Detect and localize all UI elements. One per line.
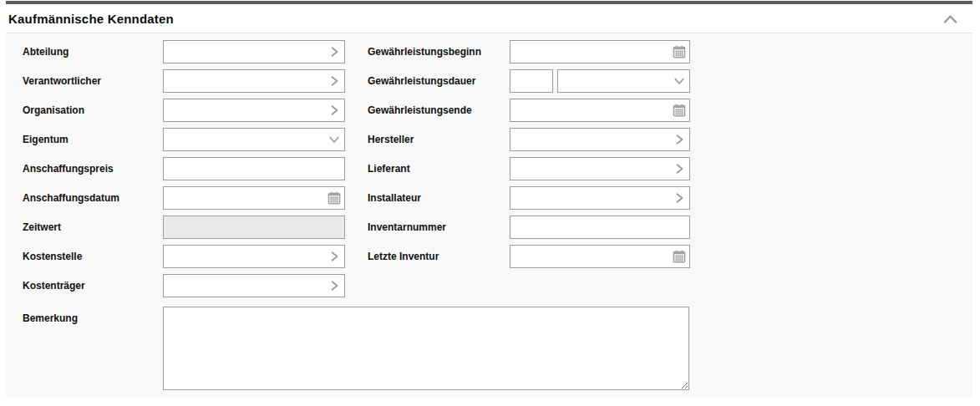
chevron-up-icon [942,13,958,24]
verantwortlicher-label: Verantwortlicher [23,69,163,93]
kostenstelle-input[interactable] [163,245,345,268]
abteilung-label: Abteilung [23,40,163,63]
letzte-inventur-label: Letzte Inventur [368,245,510,268]
zeitwert-field [163,216,345,239]
gewaehrleistungsende-field [510,99,690,122]
lieferant-field [510,157,690,180]
eigentum-select[interactable] [163,128,345,151]
organisation-label: Organisation [23,99,163,122]
kostenstelle-lookup-button[interactable] [323,245,345,268]
field-row-kostentraeger: Kostenträger [23,274,689,297]
kostentraeger-lookup-button[interactable] [323,274,345,297]
chevron-right-icon [673,133,686,146]
chevron-right-icon [328,104,341,117]
abteilung-field [163,40,345,63]
installateur-input[interactable] [510,186,690,210]
anschaffungspreis-input[interactable] [163,157,345,180]
kostentraeger-label: Kostenträger [23,274,163,297]
organisation-field [163,99,345,122]
chevron-down-icon [673,74,686,88]
verantwortlicher-input[interactable] [163,69,345,93]
bemerkung-field [163,307,689,390]
anschaffungspreis-label: Anschaffungspreis [23,157,163,180]
organisation-lookup-button[interactable] [323,99,345,122]
field-row-hersteller: Hersteller [368,128,690,151]
field-row-inventarnummer: Inventarnummer [368,216,690,239]
panel-header: Kaufmännische Kenndaten [6,4,972,33]
zeitwert-label: Zeitwert [23,216,163,239]
form-column-right: Gewährleistungsbeginn Gewährleistungsdau… [368,40,690,274]
field-row-letzte-inventur: Letzte Inventur [368,245,690,268]
chevron-down-icon [328,133,341,146]
abteilung-input[interactable] [163,40,345,63]
inventarnummer-field [510,216,690,239]
panel-content: Abteilung Verantwortlicher [6,33,972,398]
chevron-right-icon [328,250,341,263]
installateur-lookup-button[interactable] [668,186,690,210]
hersteller-input[interactable] [510,128,690,151]
gewaehrleistungsende-calendar-button[interactable] [668,99,690,122]
calendar-icon [673,104,686,117]
hersteller-field [510,128,690,151]
verantwortlicher-lookup-button[interactable] [323,69,345,93]
inventarnummer-input[interactable] [510,216,690,239]
anschaffungsdatum-input[interactable] [163,186,345,210]
letzte-inventur-calendar-button[interactable] [668,245,690,268]
chevron-right-icon [673,191,686,205]
kaufmaennische-kenndaten-panel: Kaufmännische Kenndaten Abteilung Verant… [6,0,972,398]
organisation-input[interactable] [163,99,345,122]
eigentum-field [163,128,345,151]
anschaffungsdatum-calendar-button[interactable] [323,186,345,210]
bemerkung-label: Bemerkung [23,307,163,390]
gewaehrleistungsdauer-unit-field [557,69,690,93]
kostentraeger-field [163,274,345,297]
inventarnummer-label: Inventarnummer [368,216,510,239]
field-row-lieferant: Lieferant [368,157,690,180]
field-row-bemerkung: Bemerkung [23,307,689,390]
lieferant-label: Lieferant [368,157,510,180]
bemerkung-textarea[interactable] [163,307,689,390]
field-row-installateur: Installateur [368,186,690,210]
chevron-right-icon [673,162,686,175]
installateur-label: Installateur [368,186,510,210]
gewaehrleistungsbeginn-field [510,40,690,63]
gewaehrleistungsdauer-input[interactable] [510,69,553,93]
gewaehrleistungsbeginn-input[interactable] [510,40,690,63]
gewaehrleistungsbeginn-label: Gewährleistungsbeginn [368,40,510,63]
lieferant-lookup-button[interactable] [668,157,690,180]
gewaehrleistungsende-input[interactable] [510,99,690,122]
gewaehrleistungsdauer-field [510,69,690,93]
kostentraeger-input[interactable] [163,274,345,297]
eigentum-dropdown-button[interactable] [323,128,345,151]
field-row-gewaehrleistungsdauer: Gewährleistungsdauer [368,69,690,93]
chevron-right-icon [328,45,341,58]
field-row-gewaehrleistungsende: Gewährleistungsende [368,99,690,122]
installateur-field [510,186,690,210]
collapse-panel-button[interactable] [942,13,958,24]
anschaffungsdatum-label: Anschaffungsdatum [23,186,163,210]
field-row-gewaehrleistungsbeginn: Gewährleistungsbeginn [368,40,690,63]
verantwortlicher-field [163,69,345,93]
lieferant-input[interactable] [510,157,690,180]
calendar-icon [673,250,686,263]
letzte-inventur-input[interactable] [510,245,690,268]
kostenstelle-label: Kostenstelle [23,245,163,268]
anschaffungspreis-field [163,157,345,180]
panel-title: Kaufmännische Kenndaten [8,12,174,26]
calendar-icon [673,45,686,58]
gewaehrleistungsende-label: Gewährleistungsende [368,99,510,122]
hersteller-lookup-button[interactable] [668,128,690,151]
gewaehrleistungsbeginn-calendar-button[interactable] [668,40,690,63]
chevron-right-icon [328,279,341,292]
eigentum-label: Eigentum [23,128,163,151]
gewaehrleistungsdauer-unit-dropdown-button[interactable] [668,69,690,93]
kostenstelle-field [163,245,345,268]
abteilung-lookup-button[interactable] [323,40,345,63]
letzte-inventur-field [510,245,690,268]
anschaffungsdatum-field [163,186,345,210]
chevron-right-icon [328,74,341,88]
hersteller-label: Hersteller [368,128,510,151]
zeitwert-input [163,216,345,239]
calendar-icon [328,191,341,205]
gewaehrleistungsdauer-label: Gewährleistungsdauer [368,69,510,93]
